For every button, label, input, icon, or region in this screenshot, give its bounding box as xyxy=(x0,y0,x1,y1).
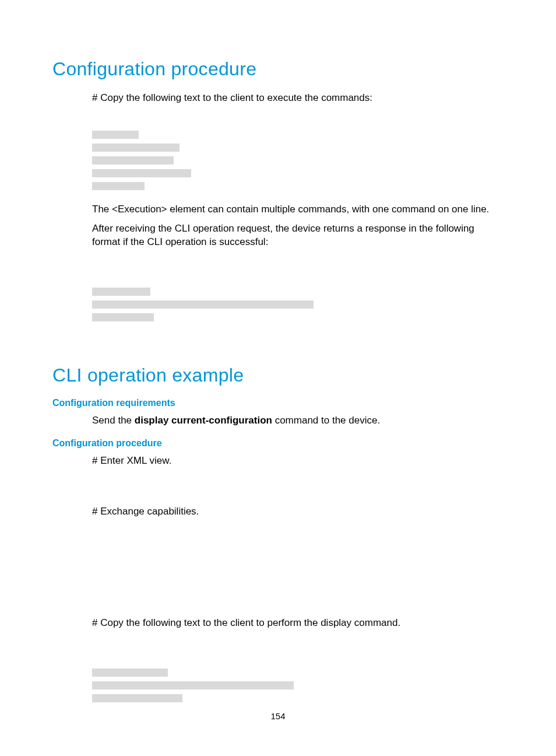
redacted-code-line xyxy=(92,169,191,177)
paragraph-send-cmd: Send the display current-configuration c… xyxy=(92,414,504,428)
redacted-code-line xyxy=(92,694,182,702)
text-send-pre: Send the xyxy=(92,415,135,426)
redacted-code-line xyxy=(92,131,139,139)
body-section-2: The <Execution> element can contain mult… xyxy=(92,203,504,249)
body-section-5: # Exchange capabilities. xyxy=(92,505,504,519)
heading-config-procedure: Configuration procedure xyxy=(52,58,504,80)
text-send-bold: display current-configuration xyxy=(135,415,272,426)
paragraph-exchange-caps: # Exchange capabilities. xyxy=(92,505,504,519)
page-number: 154 xyxy=(0,711,556,721)
code-block-1 xyxy=(92,116,504,192)
body-section-6: # Copy the following text to the client … xyxy=(92,617,504,630)
code-block-5 xyxy=(92,640,504,705)
redacted-code-line xyxy=(92,313,154,321)
redacted-code-line xyxy=(92,182,145,190)
redacted-code-line xyxy=(92,288,150,296)
paragraph-enter-xml: # Enter XML view. xyxy=(92,454,504,468)
redacted-code-line xyxy=(92,144,180,152)
code-block-2 xyxy=(92,260,504,324)
heading-cli-example: CLI operation example xyxy=(52,365,504,386)
body-section-4: # Enter XML view. xyxy=(92,454,504,468)
paragraph-after-receiving: After receiving the CLI operation reques… xyxy=(92,222,504,249)
paragraph-copy-text-1: # Copy the following text to the client … xyxy=(92,92,504,105)
text-send-post: command to the device. xyxy=(272,415,380,426)
body-section-1: # Copy the following text to the client … xyxy=(92,92,504,105)
subheading-config-requirements: Configuration requirements xyxy=(52,398,504,408)
body-section-3: Send the display current-configuration c… xyxy=(92,414,504,428)
document-page: Configuration procedure # Copy the follo… xyxy=(0,0,556,756)
paragraph-execution-note: The <Execution> element can contain mult… xyxy=(92,203,504,216)
subheading-config-procedure-2: Configuration procedure xyxy=(52,438,504,449)
redacted-code-line xyxy=(92,300,314,309)
paragraph-copy-text-2: # Copy the following text to the client … xyxy=(92,617,504,630)
redacted-code-line xyxy=(92,681,294,690)
redacted-code-line xyxy=(92,156,174,164)
redacted-code-line xyxy=(92,668,168,677)
